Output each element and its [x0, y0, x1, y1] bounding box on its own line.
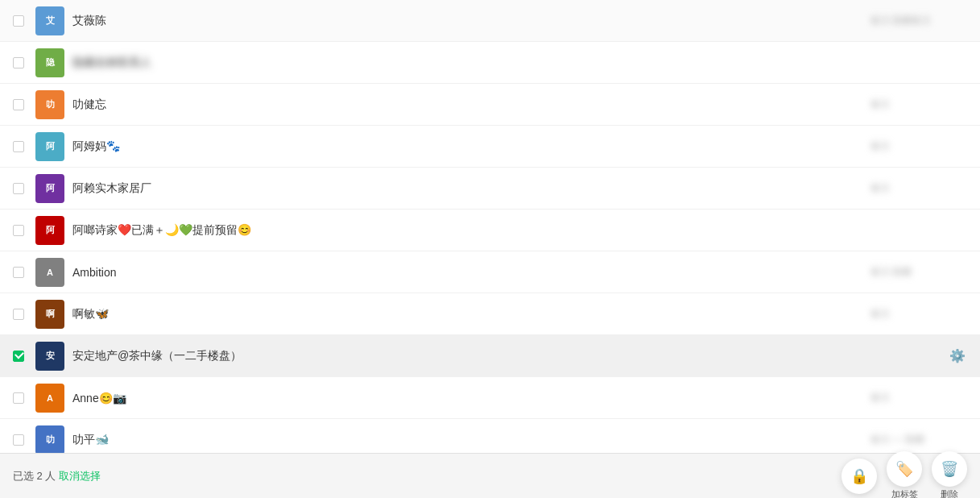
- contact-checkbox[interactable]: [13, 183, 24, 194]
- contact-meta: 备注: [870, 307, 967, 321]
- bottom-bar: 已选 2 人 取消选择 🔒 🏷️ 加标签 🗑️ 删除: [0, 453, 980, 498]
- avatar: 安: [35, 342, 64, 371]
- avatar: 隐: [35, 48, 64, 77]
- avatar: 阿: [35, 216, 64, 245]
- contact-checkbox[interactable]: [13, 351, 24, 362]
- checkbox-cell: [13, 392, 35, 404]
- contact-row[interactable]: AAnne😊📷备注: [0, 377, 980, 419]
- contact-checkbox[interactable]: [13, 15, 24, 27]
- checkbox-cell: [13, 15, 35, 27]
- contact-meta: 备注: [870, 139, 967, 153]
- contact-name: 阿赖实木家居厂: [72, 181, 870, 196]
- delete-label: 删除: [941, 488, 958, 498]
- row-action: ⚙️: [943, 347, 967, 366]
- selected-count-text: 已选 2 人: [13, 469, 56, 483]
- checkbox-cell: [13, 99, 35, 110]
- contact-name: 安定地产@茶中缘（一二手楼盘）: [72, 349, 943, 363]
- contact-meta: 备注 隐藏备注: [870, 14, 967, 27]
- bottom-left-info: 已选 2 人 取消选择: [13, 469, 101, 483]
- delete-btn-group: 🗑️ 删除: [932, 451, 967, 498]
- checkbox-cell: [13, 267, 35, 278]
- contact-meta: 备注 隐藏: [870, 265, 967, 279]
- contact-row[interactable]: 叻叻健忘备注: [0, 84, 980, 126]
- contact-name: 阿姆妈🐾: [72, 139, 870, 154]
- contact-name: Anne😊📷: [72, 392, 870, 405]
- checkbox-cell: [13, 434, 35, 446]
- row-more-button[interactable]: ⚙️: [948, 347, 967, 366]
- avatar: 啊: [35, 300, 64, 329]
- checkbox-cell: [13, 225, 35, 236]
- contact-checkbox[interactable]: [13, 57, 24, 68]
- contact-meta: 备注: [870, 181, 967, 195]
- cancel-select-link[interactable]: 取消选择: [59, 469, 101, 483]
- contact-row[interactable]: 隐隐藏名称联系人: [0, 42, 980, 84]
- contact-checkbox[interactable]: [13, 225, 24, 236]
- contact-meta: 备注: [870, 98, 967, 111]
- contact-checkbox[interactable]: [13, 434, 24, 446]
- contact-name: 叻平🐋: [72, 433, 870, 447]
- bottom-right-actions: 🔒 🏷️ 加标签 🗑️ 删除: [841, 451, 967, 498]
- contact-meta: 备注: [870, 391, 967, 405]
- contact-row[interactable]: 安安定地产@茶中缘（一二手楼盘）⚙️: [0, 335, 980, 377]
- contact-name: 叻健忘: [72, 98, 870, 112]
- contact-row[interactable]: 阿阿赖实木家居厂备注: [0, 168, 980, 210]
- lock-button[interactable]: 🔒: [841, 459, 877, 494]
- avatar: 阿: [35, 132, 64, 161]
- avatar: 叻: [35, 425, 64, 454]
- tag-label: 加标签: [891, 488, 918, 498]
- avatar: 叻: [35, 90, 64, 119]
- checkbox-cell: [13, 183, 35, 194]
- contact-name: 啊敏🦋: [72, 307, 870, 322]
- contact-name: 艾薇陈: [72, 14, 870, 28]
- contact-list: 艾艾薇陈备注 隐藏备注隐隐藏名称联系人叻叻健忘备注阿阿姆妈🐾备注阿阿赖实木家居厂…: [0, 0, 980, 498]
- contact-row[interactable]: 阿阿姆妈🐾备注: [0, 126, 980, 168]
- contact-row[interactable]: AAmbition备注 隐藏: [0, 251, 980, 293]
- contact-checkbox[interactable]: [13, 141, 24, 152]
- tag-btn-group: 🏷️ 加标签: [887, 451, 922, 498]
- checkbox-cell: [13, 309, 35, 320]
- checkbox-cell: [13, 57, 35, 68]
- contact-name: 阿啷诗家❤️已满＋🌙💚提前预留😊: [72, 223, 967, 238]
- avatar: 艾: [35, 6, 64, 35]
- avatar: A: [35, 384, 64, 413]
- avatar: A: [35, 258, 64, 287]
- contact-checkbox[interactable]: [13, 267, 24, 278]
- checkbox-cell: [13, 141, 35, 152]
- checkbox-cell: [13, 351, 35, 362]
- contact-meta: 备注 — 隐藏: [870, 433, 967, 446]
- delete-button[interactable]: 🗑️: [932, 451, 967, 487]
- contact-name: Ambition: [72, 266, 870, 279]
- contact-checkbox[interactable]: [13, 392, 24, 404]
- contact-checkbox[interactable]: [13, 99, 24, 110]
- contact-row[interactable]: 阿阿啷诗家❤️已满＋🌙💚提前预留😊: [0, 210, 980, 251]
- lock-btn-group: 🔒: [841, 459, 877, 494]
- contact-row[interactable]: 啊啊敏🦋备注: [0, 293, 980, 335]
- contact-name: 隐藏名称联系人: [72, 56, 967, 70]
- contact-row[interactable]: 艾艾薇陈备注 隐藏备注: [0, 0, 980, 42]
- avatar: 阿: [35, 174, 64, 203]
- tag-button[interactable]: 🏷️: [887, 451, 922, 487]
- contact-checkbox[interactable]: [13, 309, 24, 320]
